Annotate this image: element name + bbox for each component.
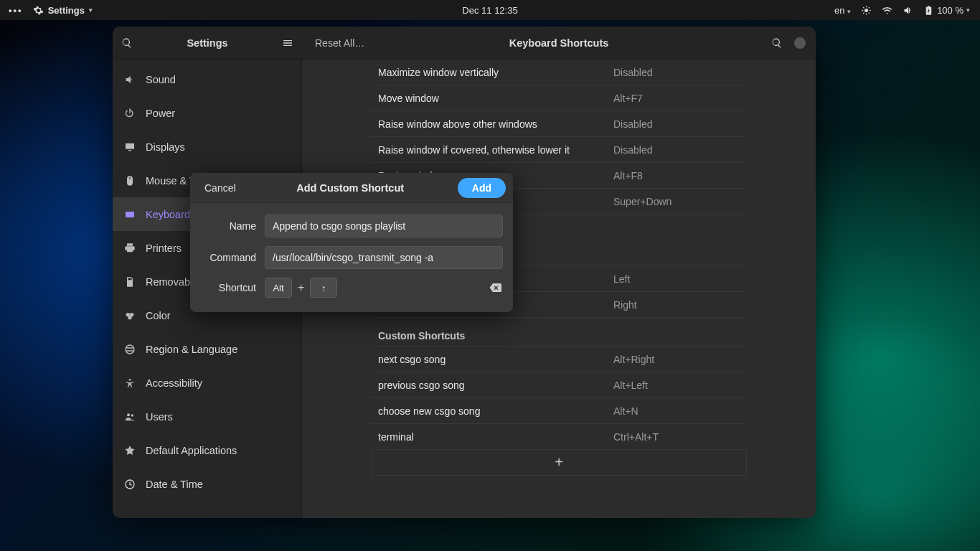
svg-line-7	[863, 12, 864, 13]
sidebar-item-label: Accessibility	[146, 377, 202, 389]
shortcut-value: Alt+Right	[611, 354, 747, 365]
shortcut-value: Ctrl+Alt+T	[611, 431, 747, 443]
shortcut-row[interactable]: next csgo songAlt+Right	[371, 347, 747, 372]
add-shortcut-button[interactable]: +	[371, 450, 747, 476]
gear-icon	[33, 5, 44, 16]
brightness-icon[interactable]	[861, 5, 872, 16]
printers-icon	[124, 242, 136, 254]
users-icon	[124, 411, 136, 423]
shortcut-value: Alt+Left	[611, 380, 747, 391]
sound-icon	[124, 74, 136, 85]
svg-line-6	[869, 12, 870, 13]
shortcut-label: next csgo song	[371, 354, 611, 365]
app-menu-label: Settings	[48, 5, 85, 16]
app-menu[interactable]: Settings ▾	[33, 5, 93, 16]
clock[interactable]: Dec 11 12:35	[462, 5, 517, 16]
sidebar-item-label: Displays	[146, 141, 185, 153]
search-icon[interactable]	[771, 37, 783, 49]
backspace-icon[interactable]	[487, 281, 503, 294]
name-input[interactable]	[265, 215, 503, 237]
shortcut-row[interactable]: Raise window above other windowsDisabled	[371, 111, 747, 137]
hamburger-icon[interactable]	[282, 37, 293, 49]
shortcut-value: Disabled	[611, 67, 747, 78]
chevron-down-icon: ▾	[89, 6, 93, 14]
battery-label: 100 %	[937, 5, 963, 16]
shortcut-row[interactable]: Maximize window verticallyDisabled	[371, 60, 747, 85]
sidebar-item-label: Power	[146, 108, 175, 119]
add-custom-shortcut-dialog: Cancel Add Custom Shortcut Add Name Comm…	[190, 173, 513, 312]
shortcut-value: Alt+F7	[611, 93, 747, 104]
color-icon	[124, 310, 136, 321]
sidebar-item-label: Default Applications	[146, 445, 237, 456]
shortcut-input[interactable]: Alt + ↑	[265, 278, 503, 298]
sidebar-item-users[interactable]: Users	[113, 400, 301, 433]
shortcut-value: Alt+F8	[611, 170, 747, 182]
sidebar-item-label: Date & Time	[146, 479, 203, 490]
shortcut-value: Right	[611, 299, 747, 311]
add-button[interactable]: Add	[458, 178, 506, 198]
key-plus: +	[298, 281, 304, 294]
svg-point-12	[129, 379, 131, 381]
shortcut-label: Shortcut	[200, 282, 256, 293]
shortcut-value: Disabled	[611, 118, 747, 130]
input-lang[interactable]: en ▾	[834, 5, 851, 16]
top-panel: ••• Settings ▾ Dec 11 12:35 en ▾ 100 % ▾	[0, 0, 980, 20]
key-up: ↑	[310, 278, 337, 298]
svg-point-0	[864, 9, 868, 12]
cancel-button[interactable]: Cancel	[197, 178, 243, 198]
shortcut-label: previous csgo song	[371, 380, 611, 391]
sidebar-item-datetime[interactable]: Date & Time	[113, 467, 301, 501]
removable-icon	[124, 276, 136, 288]
mouse-icon	[124, 175, 136, 187]
defapps-icon	[124, 445, 136, 456]
sidebar-item-label: Printers	[146, 242, 182, 254]
battery-indicator[interactable]: 100 % ▾	[923, 5, 970, 16]
shortcut-label: Maximize window vertically	[371, 67, 611, 78]
sidebar-item-defapps[interactable]: Default Applications	[113, 433, 301, 467]
app-title: Settings	[187, 37, 227, 49]
window-titlebar: Settings Reset All… Keyboard Shortcuts	[113, 27, 816, 60]
window-control-icon[interactable]	[794, 37, 806, 49]
sidebar-item-power[interactable]: Power	[113, 96, 301, 130]
sidebar-item-sound[interactable]: Sound	[113, 62, 301, 96]
shortcut-value: Left	[611, 273, 747, 285]
chevron-down-icon: ▾	[966, 6, 970, 14]
search-icon[interactable]	[121, 37, 133, 49]
svg-line-5	[863, 7, 864, 8]
shortcut-label: Raise window above other windows	[371, 118, 611, 130]
shortcut-row[interactable]: Raise window if covered, otherwise lower…	[371, 137, 747, 163]
svg-point-14	[131, 414, 133, 416]
svg-point-11	[128, 316, 131, 319]
keyboard-icon	[124, 209, 136, 220]
battery-icon	[923, 5, 934, 16]
shortcut-row[interactable]: Move windowAlt+F7	[371, 85, 747, 111]
shortcut-row[interactable]: choose new csgo songAlt+N	[371, 398, 747, 424]
datetime-icon	[124, 479, 136, 490]
dialog-header: Cancel Add Custom Shortcut Add	[190, 173, 513, 203]
sidebar-item-displays[interactable]: Displays	[113, 130, 301, 164]
power-icon	[124, 108, 136, 119]
region-icon	[124, 344, 136, 355]
shortcut-value: Alt+N	[611, 405, 747, 417]
sidebar-item-region[interactable]: Region & Language	[113, 332, 301, 366]
volume-icon[interactable]	[903, 5, 913, 16]
shortcut-row[interactable]: terminalCtrl+Alt+T	[371, 424, 747, 450]
key-alt: Alt	[265, 278, 292, 298]
name-label: Name	[200, 220, 256, 232]
shortcut-label: choose new csgo song	[371, 405, 611, 417]
svg-line-8	[869, 7, 870, 8]
page-title: Keyboard Shortcuts	[509, 37, 609, 49]
reset-all-button[interactable]: Reset All…	[302, 37, 364, 49]
chevron-down-icon: ▾	[847, 8, 851, 15]
shortcut-value: Disabled	[611, 144, 747, 156]
displays-icon	[124, 141, 136, 153]
sidebar-item-a11y[interactable]: Accessibility	[113, 366, 301, 400]
wifi-icon[interactable]	[882, 5, 892, 16]
command-input[interactable]	[265, 246, 503, 269]
custom-shortcuts-header: Custom Shortcuts	[371, 318, 747, 347]
a11y-icon	[124, 377, 136, 389]
shortcut-row[interactable]: previous csgo songAlt+Left	[371, 372, 747, 398]
sidebar-item-label: Sound	[146, 74, 176, 85]
activities-dots[interactable]: •••	[9, 5, 23, 16]
shortcut-label: Move window	[371, 93, 611, 104]
